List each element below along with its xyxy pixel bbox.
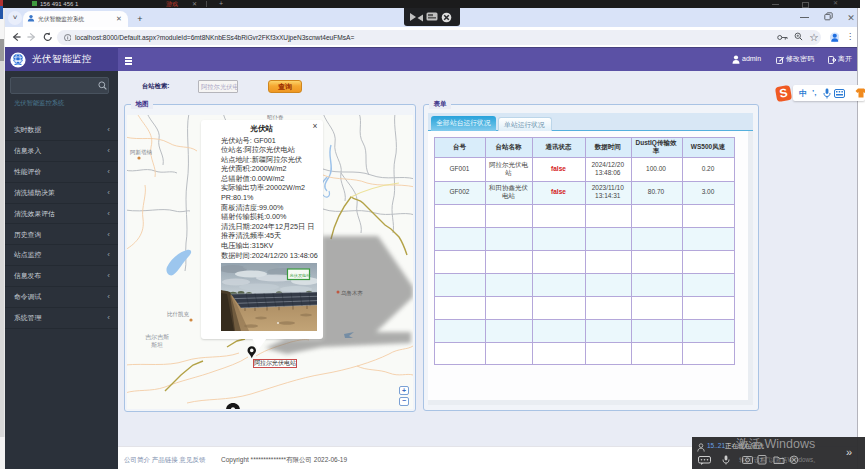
- svg-text:比什凯克: 比什凯克: [167, 311, 190, 318]
- svg-text:乌鲁木齐: 乌鲁木齐: [341, 290, 364, 296]
- svg-text:斯坦: 斯坦: [151, 342, 163, 348]
- svg-text:光伏发电站: 光伏发电站: [290, 273, 312, 278]
- svg-text:7: 7: [760, 457, 764, 463]
- svg-text:阿新塔纳: 阿新塔纳: [130, 149, 152, 156]
- svg-text:吉尔吉斯: 吉尔吉斯: [145, 334, 169, 341]
